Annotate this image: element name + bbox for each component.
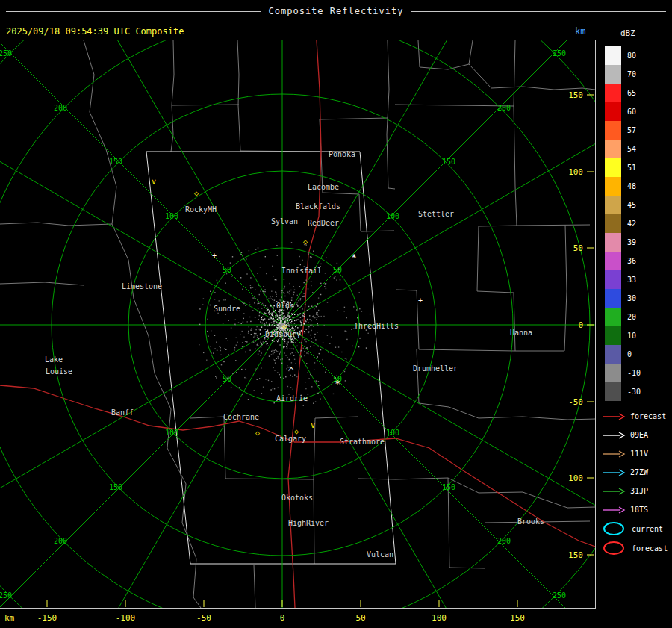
boundary-line: [0, 282, 84, 285]
right-axis-label: 50: [573, 243, 583, 253]
radar-site-marker: ◇: [282, 322, 287, 330]
right-axis-label: 0: [578, 320, 583, 330]
caret-marker: ^: [289, 366, 294, 376]
highway-line: [294, 438, 595, 547]
bottom-axis-unit: km: [4, 613, 14, 623]
colorbar-value: 51: [627, 164, 650, 172]
ring-distance-label: 50: [223, 266, 231, 274]
colorbar-level: 42: [605, 214, 650, 233]
ring-distance-label: 250: [553, 591, 566, 600]
legend-label: forecast: [632, 544, 668, 553]
colorbar-value: 42: [627, 220, 650, 228]
arrow-down-marker: ∨: [311, 420, 316, 430]
dbz-colorbar: 807065605754514845423936333020100-10-30: [605, 46, 650, 401]
track-arrow-icon: [602, 487, 626, 496]
city-label: Vulcan: [367, 550, 393, 559]
city-label: Louise: [46, 367, 72, 376]
city-label: Hanna: [510, 329, 532, 337]
colorbar-swatch: [605, 140, 621, 158]
boundary-line: [448, 478, 485, 568]
colorbar-swatch: [605, 121, 621, 140]
ring-distance-label: 200: [497, 104, 511, 112]
city-labels: PonokaLacombeBlackfaldsSylvanRedDeerRock…: [45, 150, 544, 559]
colorbar-swatch: [605, 214, 621, 233]
city-label: Blackfalds: [296, 202, 340, 211]
colorbar-value: 80: [627, 52, 650, 60]
boundary-line: [84, 40, 201, 608]
radar-map-canvas[interactable]: 5010015020025050100150200250501001502002…: [0, 40, 595, 608]
colorbar-swatch: [605, 289, 621, 308]
ring-distance-label: 100: [386, 212, 399, 220]
track-arrow-icon: [602, 412, 626, 421]
forecast-ellipse-icon: [602, 541, 627, 556]
ring-distance-label: 250: [553, 49, 566, 57]
colorbar-value: -30: [627, 388, 650, 396]
ring-distance-label: 50: [333, 266, 342, 274]
bottom-axis-label: -150: [37, 613, 57, 623]
bottom-axis-label: -100: [116, 613, 136, 623]
azimuth-spoke: [78, 40, 282, 325]
window-title: Composite_Reflectivity: [269, 6, 404, 16]
legend-item: 18TS: [602, 500, 668, 519]
colorbar-level: 65: [605, 84, 650, 102]
city-label: Brooks: [517, 517, 544, 526]
city-label: Didsbury: [265, 330, 301, 338]
ring-distance-label: 150: [109, 158, 122, 166]
right-axis-unit-label: km: [575, 26, 585, 37]
title-rule-left: [6, 11, 261, 12]
legend-item: current: [602, 519, 668, 538]
right-axis-label: -150: [564, 550, 584, 560]
city-label: Lacombe: [308, 183, 339, 191]
colorbar-level: 54: [605, 140, 650, 158]
city-label: Banff: [111, 408, 134, 417]
right-axis-label: -50: [568, 397, 583, 407]
radar-application: Composite_Reflectivity 2025/09/18 09:54:…: [0, 0, 672, 628]
legend-label: 18TS: [630, 506, 648, 514]
colorbar-value: 39: [627, 238, 650, 246]
track-legend: forecast09EA111V27ZW31JP18TScurrentforec…: [602, 407, 668, 558]
city-label: ThreeHills: [354, 322, 399, 330]
legend-item: forecast: [602, 407, 668, 426]
legend-item: forecast: [602, 538, 668, 558]
colorbar-level: 48: [605, 177, 650, 196]
right-axis-label: -100: [564, 473, 584, 483]
colorbar-swatch: [605, 308, 621, 326]
colorbar-value: 60: [627, 108, 650, 116]
colorbar-value: 10: [627, 332, 650, 340]
boundary-line: [395, 105, 517, 351]
boundary-line: [172, 105, 239, 105]
boundary-line: [517, 225, 590, 226]
city-label: Olds: [276, 302, 294, 310]
colorbar-level: 0: [605, 345, 650, 364]
radar-map[interactable]: 5010015020025050100150200250501001502002…: [0, 40, 595, 608]
city-label: Drumheller: [413, 364, 458, 373]
ring-distance-label: 100: [165, 429, 178, 437]
colorbar-swatch: [605, 84, 621, 102]
cross-marker: +: [418, 296, 423, 305]
boundary-line: [0, 223, 112, 226]
colorbar-level: 45: [605, 196, 650, 214]
star-marker: *: [335, 379, 340, 389]
colorbar-level: 33: [605, 270, 650, 289]
colorbar-value: 36: [627, 257, 650, 265]
legend-label: 09EA: [630, 431, 648, 439]
colorbar-value: 30: [627, 294, 650, 302]
ring-distance-label: 150: [109, 483, 122, 491]
legend-label: 27ZW: [630, 468, 648, 476]
boundary-line: [254, 565, 255, 608]
timestamp: 2025/09/18 09:54:39 UTC Composite: [6, 26, 184, 37]
colorbar-swatch: [605, 382, 621, 401]
bottom-axis-label: 0: [280, 613, 285, 623]
colorbar-level: 30: [605, 289, 650, 308]
ring-distance-label: 150: [442, 483, 455, 491]
bottom-axis-label: -50: [196, 613, 211, 623]
legend-item: 27ZW: [602, 463, 668, 482]
right-axis-label: 100: [568, 167, 583, 177]
track-arrow-icon: [602, 468, 626, 477]
colorbar-swatch: [605, 364, 621, 382]
colorbar-value: 0: [627, 350, 650, 358]
legend-item: 111V: [602, 444, 668, 463]
colorbar-value: -10: [627, 369, 650, 377]
colorbar-swatch: [605, 102, 621, 121]
colorbar-value: 48: [627, 182, 650, 190]
